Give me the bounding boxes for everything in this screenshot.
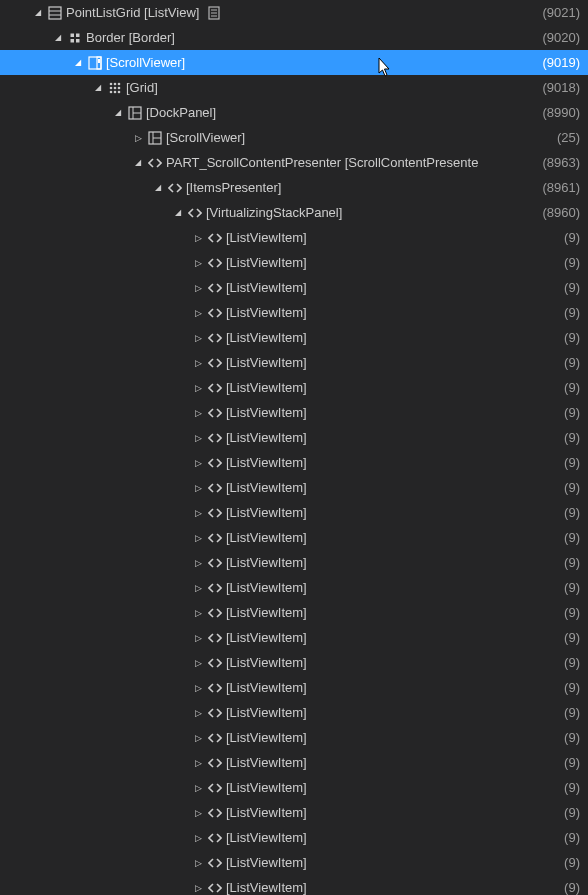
tree-row[interactable]: [ListViewItem](9) bbox=[0, 850, 588, 875]
expand-arrow-icon[interactable] bbox=[190, 808, 206, 818]
code-icon bbox=[206, 431, 224, 445]
collapse-arrow-icon[interactable] bbox=[170, 208, 186, 217]
tree-row[interactable]: [ListViewItem](9) bbox=[0, 625, 588, 650]
tree-row-label: [ListViewItem] bbox=[224, 605, 307, 620]
grid-icon bbox=[106, 81, 124, 95]
descendant-count: (9) bbox=[564, 655, 580, 670]
descendant-count: (9) bbox=[564, 630, 580, 645]
expand-arrow-icon[interactable] bbox=[190, 858, 206, 868]
tree-row[interactable]: [ListViewItem](9) bbox=[0, 775, 588, 800]
tree-row-label: [ListViewItem] bbox=[224, 680, 307, 695]
code-icon bbox=[206, 656, 224, 670]
tree-row[interactable]: [ListViewItem](9) bbox=[0, 800, 588, 825]
tree-row[interactable]: PointListGrid [ListView](9021) bbox=[0, 0, 588, 25]
expand-arrow-icon[interactable] bbox=[190, 783, 206, 793]
code-icon bbox=[206, 606, 224, 620]
expand-arrow-icon[interactable] bbox=[190, 233, 206, 243]
code-icon bbox=[206, 831, 224, 845]
tree-row[interactable]: [ListViewItem](9) bbox=[0, 400, 588, 425]
tree-row[interactable]: [ListViewItem](9) bbox=[0, 450, 588, 475]
expand-arrow-icon[interactable] bbox=[190, 258, 206, 268]
doc-icon[interactable] bbox=[205, 6, 223, 20]
tree-row[interactable]: [Grid](9018) bbox=[0, 75, 588, 100]
tree-row[interactable]: [ListViewItem](9) bbox=[0, 225, 588, 250]
code-icon bbox=[206, 231, 224, 245]
tree-row[interactable]: [ListViewItem](9) bbox=[0, 350, 588, 375]
tree-row[interactable]: [ListViewItem](9) bbox=[0, 500, 588, 525]
expand-arrow-icon[interactable] bbox=[190, 608, 206, 618]
descendant-count: (8990) bbox=[542, 105, 580, 120]
tree-row[interactable]: [DockPanel](8990) bbox=[0, 100, 588, 125]
expand-arrow-icon[interactable] bbox=[190, 758, 206, 768]
collapse-arrow-icon[interactable] bbox=[110, 108, 126, 117]
expand-arrow-icon[interactable] bbox=[130, 133, 146, 143]
descendant-count: (9) bbox=[564, 830, 580, 845]
code-icon bbox=[206, 531, 224, 545]
tree-row[interactable]: [ScrollViewer](25) bbox=[0, 125, 588, 150]
collapse-arrow-icon[interactable] bbox=[70, 58, 86, 67]
tree-row[interactable]: [ListViewItem](9) bbox=[0, 675, 588, 700]
tree-row-label: [ListViewItem] bbox=[224, 755, 307, 770]
expand-arrow-icon[interactable] bbox=[190, 333, 206, 343]
tree-row[interactable]: Border [Border](9020) bbox=[0, 25, 588, 50]
collapse-arrow-icon[interactable] bbox=[30, 8, 46, 17]
descendant-count: (8961) bbox=[542, 180, 580, 195]
expand-arrow-icon[interactable] bbox=[190, 458, 206, 468]
tree-row-label: [ListViewItem] bbox=[224, 455, 307, 470]
tree-row[interactable]: [ListViewItem](9) bbox=[0, 275, 588, 300]
expand-arrow-icon[interactable] bbox=[190, 508, 206, 518]
collapse-arrow-icon[interactable] bbox=[150, 183, 166, 192]
expand-arrow-icon[interactable] bbox=[190, 358, 206, 368]
expand-arrow-icon[interactable] bbox=[190, 733, 206, 743]
tree-row-label: [ListViewItem] bbox=[224, 830, 307, 845]
tree-row[interactable]: [ListViewItem](9) bbox=[0, 875, 588, 895]
expand-arrow-icon[interactable] bbox=[190, 533, 206, 543]
expand-arrow-icon[interactable] bbox=[190, 483, 206, 493]
collapse-arrow-icon[interactable] bbox=[50, 33, 66, 42]
expand-arrow-icon[interactable] bbox=[190, 558, 206, 568]
tree-row[interactable]: [ListViewItem](9) bbox=[0, 700, 588, 725]
expand-arrow-icon[interactable] bbox=[190, 883, 206, 893]
tree-row[interactable]: [ListViewItem](9) bbox=[0, 575, 588, 600]
expand-arrow-icon[interactable] bbox=[190, 708, 206, 718]
expand-arrow-icon[interactable] bbox=[190, 308, 206, 318]
code-icon bbox=[206, 406, 224, 420]
descendant-count: (9018) bbox=[542, 80, 580, 95]
visual-tree[interactable]: PointListGrid [ListView](9021)Border [Bo… bbox=[0, 0, 588, 895]
tree-row[interactable]: [ItemsPresenter](8961) bbox=[0, 175, 588, 200]
expand-arrow-icon[interactable] bbox=[190, 833, 206, 843]
tree-row-label: [ScrollViewer] bbox=[164, 130, 245, 145]
code-icon bbox=[206, 781, 224, 795]
tree-row[interactable]: [ListViewItem](9) bbox=[0, 250, 588, 275]
tree-row[interactable]: [ListViewItem](9) bbox=[0, 525, 588, 550]
tree-row[interactable]: [ListViewItem](9) bbox=[0, 425, 588, 450]
scrollviewer-icon bbox=[86, 56, 104, 70]
expand-arrow-icon[interactable] bbox=[190, 383, 206, 393]
expand-arrow-icon[interactable] bbox=[190, 283, 206, 293]
tree-row[interactable]: [ListViewItem](9) bbox=[0, 750, 588, 775]
expand-arrow-icon[interactable] bbox=[190, 683, 206, 693]
tree-row[interactable]: [ListViewItem](9) bbox=[0, 325, 588, 350]
tree-row[interactable]: PART_ScrollContentPresenter [ScrollConte… bbox=[0, 150, 588, 175]
expand-arrow-icon[interactable] bbox=[190, 408, 206, 418]
tree-row[interactable]: [ListViewItem](9) bbox=[0, 550, 588, 575]
collapse-arrow-icon[interactable] bbox=[90, 83, 106, 92]
expand-arrow-icon[interactable] bbox=[190, 658, 206, 668]
tree-row[interactable]: [ListViewItem](9) bbox=[0, 725, 588, 750]
tree-row[interactable]: [ScrollViewer](9019) bbox=[0, 50, 588, 75]
descendant-count: (9) bbox=[564, 280, 580, 295]
expand-arrow-icon[interactable] bbox=[190, 433, 206, 443]
tree-row-label: [ListViewItem] bbox=[224, 230, 307, 245]
tree-row[interactable]: [ListViewItem](9) bbox=[0, 825, 588, 850]
tree-row[interactable]: [ListViewItem](9) bbox=[0, 375, 588, 400]
tree-row[interactable]: [ListViewItem](9) bbox=[0, 300, 588, 325]
tree-row[interactable]: [ListViewItem](9) bbox=[0, 650, 588, 675]
collapse-arrow-icon[interactable] bbox=[130, 158, 146, 167]
expand-arrow-icon[interactable] bbox=[190, 633, 206, 643]
expand-arrow-icon[interactable] bbox=[190, 583, 206, 593]
tree-row[interactable]: [VirtualizingStackPanel](8960) bbox=[0, 200, 588, 225]
tree-row[interactable]: [ListViewItem](9) bbox=[0, 475, 588, 500]
tree-row-label: Border [Border] bbox=[84, 30, 175, 45]
tree-row-label: [ListViewItem] bbox=[224, 530, 307, 545]
tree-row[interactable]: [ListViewItem](9) bbox=[0, 600, 588, 625]
